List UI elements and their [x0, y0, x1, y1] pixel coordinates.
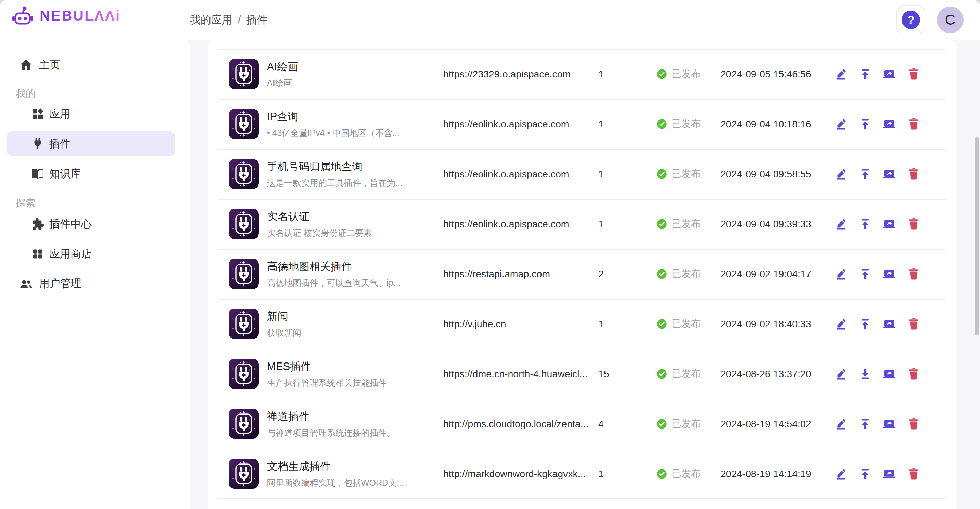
sidebar-item-plugin-center[interactable]: 插件中心	[7, 212, 175, 237]
plugin-tile-icon	[229, 59, 259, 89]
status-text: 已发布	[671, 217, 701, 231]
share-button[interactable]	[883, 367, 896, 380]
delete-button[interactable]	[907, 317, 920, 330]
share-button[interactable]	[883, 467, 896, 480]
avatar[interactable]: C	[937, 6, 964, 33]
upload-button[interactable]	[859, 67, 872, 80]
edit-button[interactable]	[834, 317, 847, 330]
table-row[interactable]: MES插件 生产执行管理系统相关技能插件 https://dme.cn-nort…	[208, 349, 957, 399]
delete-button[interactable]	[907, 267, 920, 280]
screen-share-icon	[883, 418, 896, 430]
table-row[interactable]: 实名认证 实名认证 核实身份证二要素 https://eolink.o.apis…	[208, 199, 957, 249]
plugin-count: 4	[598, 418, 626, 429]
plugin-url: https://23329.o.apispace.com	[443, 68, 599, 80]
home-icon	[18, 57, 34, 73]
table-row[interactable]: 禅道插件 与禅道项目管理系统连接的插件。 http://pms.cloudtog…	[208, 399, 957, 449]
delete-button[interactable]	[907, 67, 920, 80]
share-button[interactable]	[883, 267, 896, 280]
screen-share-icon	[883, 318, 896, 330]
sidebar-item-label: 插件中心	[49, 217, 92, 231]
table-row[interactable]: AI绘画 AI绘画 https://23329.o.apispace.com 1…	[208, 49, 957, 99]
check-circle-icon	[657, 369, 667, 379]
status-badge: 已发布	[657, 67, 701, 80]
sidebar-item-label: 知识库	[49, 167, 81, 181]
share-button[interactable]	[883, 167, 896, 180]
plugin-table-body: AI绘画 AI绘画 https://23329.o.apispace.com 1…	[208, 40, 957, 509]
upload-button[interactable]	[859, 317, 872, 330]
sidebar-item-knowledge[interactable]: 知识库	[7, 162, 175, 186]
row-actions	[834, 118, 920, 130]
status-badge: 已发布	[657, 217, 701, 231]
row-actions	[834, 367, 920, 380]
breadcrumb-parent[interactable]: 我的应用	[190, 13, 232, 27]
table-row[interactable]: 高德地图相关插件 高德地图插件，可以查询天气、ip... https://res…	[208, 249, 957, 299]
sidebar-item-apps[interactable]: 应用	[7, 102, 175, 126]
upload-icon	[859, 68, 872, 80]
scrollbar-thumb[interactable]	[975, 137, 979, 336]
edit-button[interactable]	[834, 167, 847, 180]
row-actions	[834, 467, 920, 480]
edit-button[interactable]	[834, 217, 847, 231]
delete-button[interactable]	[907, 118, 920, 130]
check-circle-icon	[657, 418, 667, 429]
users-icon	[18, 275, 34, 292]
share-button[interactable]	[883, 67, 896, 80]
plugin-description: 阿里函数编程实现，包括WORD文...	[267, 477, 440, 488]
status-badge: 已发布	[657, 417, 701, 430]
edit-button[interactable]	[834, 267, 847, 280]
plugin-url: http://v.juhe.cn	[443, 318, 599, 330]
brand-logo[interactable]: NEBULΛΛi	[12, 5, 121, 27]
edit-button[interactable]	[834, 67, 847, 80]
sidebar-item-user-management[interactable]: 用户管理	[7, 271, 175, 296]
plugin-url: http://markdownword-kgkagvxk...	[443, 468, 599, 480]
share-button[interactable]	[883, 217, 896, 231]
table-row[interactable]: 手机号码归属地查询 这是一款实用的工具插件，旨在为... https://eol…	[208, 149, 957, 199]
share-button[interactable]	[883, 118, 896, 130]
upload-icon	[859, 418, 872, 430]
main-content-card: AI绘画 AI绘画 https://23329.o.apispace.com 1…	[208, 40, 957, 509]
table-row[interactable]: 新闻 获取新闻 http://v.juhe.cn 1 已发布 2024-09-0…	[208, 299, 957, 349]
table-row[interactable]: IP查询 • 43亿全量IPv4 • 中国地区（不含... https://eo…	[208, 99, 957, 149]
help-button[interactable]: ?	[896, 5, 925, 34]
delete-button[interactable]	[907, 367, 920, 380]
table-row[interactable]: 文档生成插件 阿里函数编程实现，包括WORD文... http://markdo…	[208, 449, 957, 499]
status-text: 已发布	[671, 417, 701, 430]
edit-button[interactable]	[834, 417, 847, 430]
download-button[interactable]	[859, 367, 872, 380]
share-button[interactable]	[883, 417, 896, 430]
delete-button[interactable]	[907, 467, 920, 480]
upload-button[interactable]	[859, 118, 872, 130]
status-text: 已发布	[671, 317, 701, 330]
share-button[interactable]	[883, 317, 896, 330]
screen-share-icon	[883, 367, 896, 380]
delete-button[interactable]	[907, 417, 920, 430]
sidebar-item-home[interactable]: 主页	[7, 53, 175, 77]
screen-share-icon	[883, 118, 896, 130]
upload-button[interactable]	[859, 467, 872, 480]
puzzle-icon	[29, 216, 46, 232]
upload-button[interactable]	[859, 217, 872, 231]
sidebar-item-plugins[interactable]: 插件	[7, 132, 175, 156]
status-text: 已发布	[671, 367, 701, 380]
trash-icon	[908, 268, 920, 280]
screen-share-icon	[883, 168, 896, 180]
plugin-count: 1	[598, 68, 626, 80]
upload-button[interactable]	[859, 417, 872, 430]
edit-button[interactable]	[834, 367, 847, 380]
plugin-count: 1	[598, 318, 626, 330]
edit-button[interactable]	[834, 118, 847, 130]
upload-button[interactable]	[859, 167, 872, 180]
robot-logo-icon	[12, 5, 33, 27]
delete-button[interactable]	[907, 217, 920, 231]
trash-icon	[908, 418, 920, 430]
upload-button[interactable]	[859, 267, 872, 280]
edit-button[interactable]	[834, 467, 847, 480]
delete-button[interactable]	[907, 167, 920, 180]
status-badge: 已发布	[657, 267, 701, 280]
check-circle-icon	[657, 69, 667, 80]
sidebar-item-app-store[interactable]: 应用商店	[7, 242, 175, 266]
help-icon: ?	[902, 11, 920, 29]
screen-share-icon	[883, 268, 896, 280]
edit-icon	[835, 118, 847, 130]
upload-icon	[859, 468, 872, 480]
